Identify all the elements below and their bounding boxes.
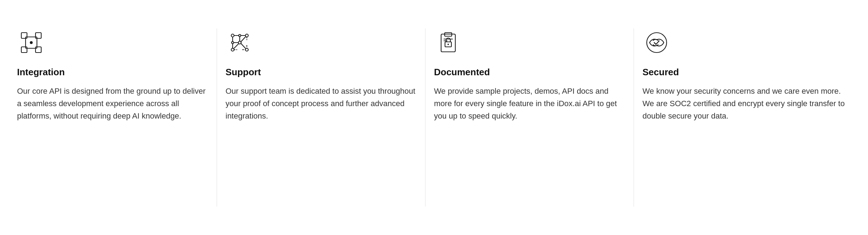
integration-description: Our core API is designed from the ground… [17, 85, 208, 122]
svg-rect-3 [21, 47, 27, 53]
documented-description: We provide sample projects, demos, API d… [434, 85, 625, 122]
secured-icon [642, 28, 671, 57]
svg-point-33 [447, 44, 449, 45]
svg-line-25 [234, 44, 238, 48]
svg-point-9 [30, 41, 33, 44]
documented-icon [434, 28, 462, 57]
integration-icon [17, 28, 45, 57]
svg-rect-1 [21, 33, 27, 38]
features-section: Integration Our core API is designed fro… [0, 0, 868, 235]
integration-title: Integration [17, 67, 208, 78]
svg-rect-4 [36, 47, 41, 53]
svg-point-11 [245, 34, 248, 37]
feature-card-documented: Documented We provide sample projects, d… [434, 21, 642, 214]
support-description: Our support team is dedicated to assist … [226, 85, 417, 122]
support-title: Support [226, 67, 417, 78]
feature-card-integration: Integration Our core API is designed fro… [17, 21, 226, 214]
svg-point-13 [245, 48, 248, 51]
svg-line-23 [241, 43, 245, 48]
feature-card-support: Support Our support team is dedicated to… [226, 21, 434, 214]
secured-description: We know your security concerns and we ca… [642, 85, 851, 122]
svg-point-12 [231, 48, 234, 51]
svg-rect-30 [441, 34, 455, 52]
feature-card-secured: Secured We know your security concerns a… [642, 21, 851, 214]
documented-title: Documented [434, 67, 625, 78]
support-icon [226, 28, 254, 57]
secured-title: Secured [642, 67, 851, 78]
svg-rect-2 [36, 33, 41, 38]
svg-line-24 [241, 37, 245, 42]
svg-point-10 [231, 34, 234, 37]
